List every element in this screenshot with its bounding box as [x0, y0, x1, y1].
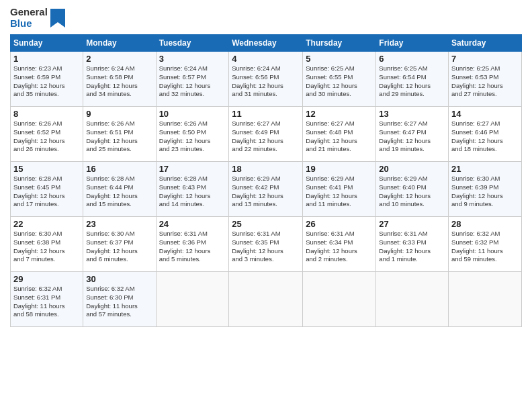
day-info: Sunrise: 6:30 AM Sunset: 6:38 PM Dayligh…: [13, 230, 80, 264]
table-cell: 26Sunrise: 6:31 AM Sunset: 6:34 PM Dayli…: [303, 217, 376, 272]
day-info: Sunrise: 6:29 AM Sunset: 6:41 PM Dayligh…: [306, 175, 373, 209]
day-number: 11: [232, 109, 300, 119]
day-info: Sunrise: 6:28 AM Sunset: 6:45 PM Dayligh…: [13, 175, 80, 209]
table-cell: 2Sunrise: 6:24 AM Sunset: 6:58 PM Daylig…: [83, 52, 156, 107]
weekday-header-tuesday: Tuesday: [156, 35, 229, 52]
table-cell: 22Sunrise: 6:30 AM Sunset: 6:38 PM Dayli…: [11, 217, 83, 272]
day-info: Sunrise: 6:30 AM Sunset: 6:37 PM Dayligh…: [86, 230, 152, 264]
table-cell: 14Sunrise: 6:27 AM Sunset: 6:46 PM Dayli…: [449, 107, 522, 162]
day-info: Sunrise: 6:28 AM Sunset: 6:43 PM Dayligh…: [159, 175, 226, 209]
table-cell: 3Sunrise: 6:24 AM Sunset: 6:57 PM Daylig…: [156, 52, 229, 107]
day-number: 30: [86, 274, 152, 284]
day-number: 23: [86, 219, 152, 229]
day-number: 9: [86, 109, 152, 119]
day-number: 6: [379, 54, 445, 64]
weekday-header-thursday: Thursday: [303, 35, 376, 52]
table-cell: 20Sunrise: 6:29 AM Sunset: 6:40 PM Dayli…: [376, 162, 449, 217]
day-number: 10: [159, 109, 226, 119]
table-cell: [229, 272, 303, 327]
day-number: 3: [159, 54, 226, 64]
day-number: 17: [159, 164, 226, 174]
day-info: Sunrise: 6:32 AM Sunset: 6:32 PM Dayligh…: [451, 230, 519, 264]
day-info: Sunrise: 6:30 AM Sunset: 6:39 PM Dayligh…: [451, 175, 519, 209]
table-cell: 10Sunrise: 6:26 AM Sunset: 6:50 PM Dayli…: [156, 107, 229, 162]
weekday-header-row: SundayMondayTuesdayWednesdayThursdayFrid…: [11, 35, 522, 52]
table-cell: 18Sunrise: 6:29 AM Sunset: 6:42 PM Dayli…: [229, 162, 303, 217]
day-info: Sunrise: 6:32 AM Sunset: 6:31 PM Dayligh…: [13, 285, 80, 319]
day-info: Sunrise: 6:26 AM Sunset: 6:52 PM Dayligh…: [13, 120, 80, 154]
week-row-1: 1Sunrise: 6:23 AM Sunset: 6:59 PM Daylig…: [11, 52, 522, 107]
calendar-table: SundayMondayTuesdayWednesdayThursdayFrid…: [10, 34, 522, 327]
day-number: 5: [306, 54, 373, 64]
day-info: Sunrise: 6:25 AM Sunset: 6:54 PM Dayligh…: [379, 64, 445, 99]
logo: General Blue: [10, 7, 65, 29]
table-cell: 21Sunrise: 6:30 AM Sunset: 6:39 PM Dayli…: [449, 162, 522, 217]
table-cell: 4Sunrise: 6:24 AM Sunset: 6:56 PM Daylig…: [229, 52, 303, 107]
day-info: Sunrise: 6:24 AM Sunset: 6:56 PM Dayligh…: [232, 64, 300, 99]
day-number: 7: [451, 54, 519, 64]
day-number: 29: [13, 274, 80, 284]
table-cell: 29Sunrise: 6:32 AM Sunset: 6:31 PM Dayli…: [11, 272, 83, 327]
svg-marker-0: [50, 9, 65, 28]
weekday-header-sunday: Sunday: [11, 35, 83, 52]
table-cell: 19Sunrise: 6:29 AM Sunset: 6:41 PM Dayli…: [303, 162, 376, 217]
table-cell: 9Sunrise: 6:26 AM Sunset: 6:51 PM Daylig…: [83, 107, 156, 162]
week-row-3: 15Sunrise: 6:28 AM Sunset: 6:45 PM Dayli…: [11, 162, 522, 217]
day-number: 2: [86, 54, 152, 64]
day-info: Sunrise: 6:31 AM Sunset: 6:34 PM Dayligh…: [306, 230, 373, 264]
day-info: Sunrise: 6:32 AM Sunset: 6:30 PM Dayligh…: [86, 285, 152, 319]
day-info: Sunrise: 6:25 AM Sunset: 6:53 PM Dayligh…: [451, 64, 519, 99]
day-number: 25: [232, 219, 300, 229]
table-cell: 6Sunrise: 6:25 AM Sunset: 6:54 PM Daylig…: [376, 52, 449, 107]
day-info: Sunrise: 6:27 AM Sunset: 6:46 PM Dayligh…: [451, 120, 519, 154]
table-cell: 30Sunrise: 6:32 AM Sunset: 6:30 PM Dayli…: [83, 272, 156, 327]
logo-blue: Blue: [10, 18, 48, 30]
day-info: Sunrise: 6:24 AM Sunset: 6:58 PM Dayligh…: [86, 64, 152, 99]
day-info: Sunrise: 6:27 AM Sunset: 6:49 PM Dayligh…: [232, 120, 300, 154]
day-number: 14: [451, 109, 519, 119]
weekday-header-wednesday: Wednesday: [229, 35, 303, 52]
table-cell: 25Sunrise: 6:31 AM Sunset: 6:35 PM Dayli…: [229, 217, 303, 272]
day-number: 4: [232, 54, 300, 64]
day-number: 12: [306, 109, 373, 119]
table-cell: 12Sunrise: 6:27 AM Sunset: 6:48 PM Dayli…: [303, 107, 376, 162]
day-number: 27: [379, 219, 445, 229]
logo-arrow-icon: [50, 9, 65, 28]
day-number: 1: [13, 54, 80, 64]
logo-general: General: [10, 7, 48, 18]
day-info: Sunrise: 6:29 AM Sunset: 6:40 PM Dayligh…: [379, 175, 445, 209]
day-info: Sunrise: 6:27 AM Sunset: 6:47 PM Dayligh…: [379, 120, 445, 154]
weekday-header-friday: Friday: [376, 35, 449, 52]
table-cell: 8Sunrise: 6:26 AM Sunset: 6:52 PM Daylig…: [11, 107, 83, 162]
day-number: 8: [13, 109, 80, 119]
day-info: Sunrise: 6:23 AM Sunset: 6:59 PM Dayligh…: [13, 64, 80, 99]
day-info: Sunrise: 6:31 AM Sunset: 6:33 PM Dayligh…: [379, 230, 445, 264]
day-info: Sunrise: 6:24 AM Sunset: 6:57 PM Dayligh…: [159, 64, 226, 99]
day-number: 16: [86, 164, 152, 174]
day-number: 26: [306, 219, 373, 229]
table-cell: [303, 272, 376, 327]
week-row-2: 8Sunrise: 6:26 AM Sunset: 6:52 PM Daylig…: [11, 107, 522, 162]
day-number: 28: [451, 219, 519, 229]
table-cell: 23Sunrise: 6:30 AM Sunset: 6:37 PM Dayli…: [83, 217, 156, 272]
table-cell: 16Sunrise: 6:28 AM Sunset: 6:44 PM Dayli…: [83, 162, 156, 217]
week-row-5: 29Sunrise: 6:32 AM Sunset: 6:31 PM Dayli…: [11, 272, 522, 327]
week-row-4: 22Sunrise: 6:30 AM Sunset: 6:38 PM Dayli…: [11, 217, 522, 272]
table-cell: 28Sunrise: 6:32 AM Sunset: 6:32 PM Dayli…: [449, 217, 522, 272]
weekday-header-monday: Monday: [83, 35, 156, 52]
day-info: Sunrise: 6:28 AM Sunset: 6:44 PM Dayligh…: [86, 175, 152, 209]
day-info: Sunrise: 6:31 AM Sunset: 6:35 PM Dayligh…: [232, 230, 300, 264]
table-cell: 5Sunrise: 6:25 AM Sunset: 6:55 PM Daylig…: [303, 52, 376, 107]
day-number: 19: [306, 164, 373, 174]
table-cell: 17Sunrise: 6:28 AM Sunset: 6:43 PM Dayli…: [156, 162, 229, 217]
day-number: 24: [159, 219, 226, 229]
day-info: Sunrise: 6:26 AM Sunset: 6:51 PM Dayligh…: [86, 120, 152, 154]
weekday-header-saturday: Saturday: [449, 35, 522, 52]
day-number: 22: [13, 219, 80, 229]
table-cell: 11Sunrise: 6:27 AM Sunset: 6:49 PM Dayli…: [229, 107, 303, 162]
day-number: 13: [379, 109, 445, 119]
header: General Blue: [10, 7, 522, 29]
table-cell: 1Sunrise: 6:23 AM Sunset: 6:59 PM Daylig…: [11, 52, 83, 107]
day-info: Sunrise: 6:31 AM Sunset: 6:36 PM Dayligh…: [159, 230, 226, 264]
table-cell: 7Sunrise: 6:25 AM Sunset: 6:53 PM Daylig…: [449, 52, 522, 107]
